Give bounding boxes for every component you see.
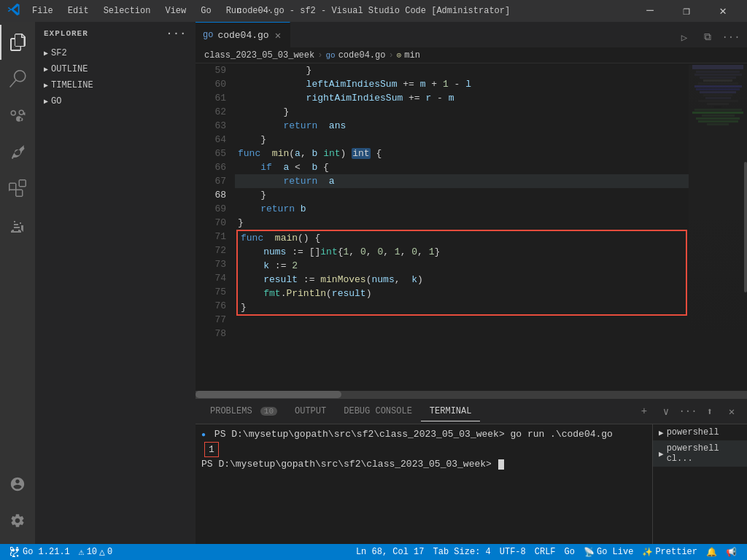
bell-icon: 🔔 (706, 547, 717, 558)
menu-view[interactable]: View (159, 4, 192, 18)
terminal-panel-powershell[interactable]: ▶ powershell (653, 424, 747, 440)
sidebar-title: Explorer (44, 29, 88, 38)
terminal-panel-label-1: powershell (667, 427, 719, 438)
panel-body: ● PS D:\mysetup\gopath\src\sf2\class_202… (196, 424, 747, 544)
eol-text: CRLF (535, 547, 556, 557)
sidebar-timeline-header[interactable]: ▶ TIMELINE (35, 77, 196, 93)
menu-selection[interactable]: Selection (98, 4, 157, 18)
sidebar-menu-icon[interactable]: ··· (166, 28, 187, 39)
status-branch[interactable]: Go 1.21.1 (6, 544, 74, 560)
status-cursor-position[interactable]: Ln 68, Col 17 (352, 544, 429, 560)
breadcrumb-file[interactable]: code04.go (338, 50, 386, 61)
menu-file[interactable]: File (26, 4, 59, 18)
code-line-63: return ans (235, 119, 689, 133)
menu-edit[interactable]: Edit (62, 4, 95, 18)
line-num-65: 65 (201, 147, 226, 160)
line-num-60: 60 (201, 77, 226, 91)
terminal-menu-button[interactable]: ∨ (657, 402, 676, 421)
status-encoding[interactable]: UTF-8 (495, 544, 530, 560)
vscode-icon (7, 3, 20, 20)
chevron-right-icon2: ▶ (44, 81, 48, 90)
terminal-icon-2: ▶ (659, 449, 664, 459)
sidebar-sf2-header[interactable]: ▶ SF2 (35, 45, 196, 61)
terminal-line-2: 1 (201, 442, 646, 457)
scrollbar-thumb[interactable] (196, 391, 341, 398)
sidebar-section-outline: ▶ OUTLINE (35, 61, 196, 77)
terminal-icon-1: ▶ (659, 428, 664, 438)
breadcrumb-file-icon: go (325, 51, 335, 60)
panel-tab-debug-console[interactable]: DEBUG CONSOLE (335, 402, 421, 421)
terminal-prompt-2: PS D:\mysetup\gopath\src\sf2\class_2023_… (201, 459, 498, 470)
add-terminal-button[interactable]: + (635, 402, 654, 421)
panel-maximize-button[interactable]: ⬆ (700, 402, 719, 421)
line-num-70: 70 (201, 216, 226, 230)
line-num-68: 68 (201, 188, 226, 202)
test-activity-item[interactable] (0, 210, 35, 245)
status-golive[interactable]: 📡 Go Live (579, 544, 638, 560)
debug-console-tab-label: DEBUG CONSOLE (344, 406, 412, 416)
status-tab-size[interactable]: Tab Size: 4 (429, 544, 495, 560)
sidebar-header: Explorer ··· (35, 22, 196, 45)
extensions-activity-item[interactable] (0, 171, 35, 206)
minimize-button[interactable]: ─ (633, 0, 667, 22)
status-error-count: 10 (87, 547, 97, 557)
line-num-73: 73 (201, 257, 226, 271)
tab-close-button[interactable]: ✕ (274, 28, 282, 42)
code-line-68: return a (235, 174, 689, 188)
sidebar-go-header[interactable]: ▶ GO (35, 93, 196, 109)
status-language[interactable]: Go (560, 544, 579, 560)
code-area[interactable]: } leftAimIndiesSum += m + 1 - l rightAim… (232, 63, 689, 391)
minimap (689, 63, 747, 391)
status-prettier[interactable]: ✨ Prettier (638, 544, 702, 560)
main-block: func main() { nums := []int{1, 0, 0, 1, … (236, 230, 687, 316)
code-line-62: } (235, 105, 689, 119)
panel-close-button[interactable]: ✕ (722, 402, 741, 421)
source-control-activity-item[interactable] (0, 98, 35, 133)
sidebar-section-timeline: ▶ TIMELINE (35, 77, 196, 93)
panel-menu-button[interactable]: ··· (678, 402, 697, 421)
horizontal-scrollbar[interactable] (196, 391, 747, 398)
status-bar: Go 1.21.1 ⚠ 10 △ 0 Ln 68, Col 17 Tab Siz… (0, 544, 747, 560)
breadcrumb-folder[interactable]: class_2023_05_03_week (204, 50, 314, 61)
line-num-75: 75 (201, 285, 226, 299)
panel-tab-problems[interactable]: PROBLEMS 10 (201, 402, 286, 421)
close-button[interactable]: ✕ (706, 0, 740, 22)
menu-go[interactable]: Go (195, 4, 217, 18)
prettier-icon: ✨ (642, 547, 653, 558)
line-num-67: 67 (201, 174, 226, 188)
more-actions-button[interactable]: ··· (721, 27, 741, 47)
chevron-down-icon: ▶ (44, 49, 48, 58)
search-activity-item[interactable] (0, 61, 35, 96)
terminal-prompt-icon: ● (201, 431, 206, 439)
broadcast-icon: 📡 (584, 547, 595, 558)
panel-tab-terminal[interactable]: TERMINAL (421, 402, 481, 421)
sidebar-outline-header[interactable]: ▶ OUTLINE (35, 61, 196, 77)
accounts-activity-item[interactable] (0, 467, 35, 502)
status-go-version: Go 1.21.1 (23, 547, 70, 557)
explorer-activity-item[interactable] (0, 25, 35, 60)
activity-bar (0, 22, 35, 544)
settings-activity-item[interactable] (0, 503, 35, 538)
run-debug-activity-item[interactable] (0, 134, 35, 169)
line-numbers: 59 60 61 62 63 64 65 66 67 68 69 70 71 7… (196, 63, 232, 391)
status-errors[interactable]: ⚠ 10 △ 0 (74, 544, 117, 560)
split-editor-button[interactable]: ⧉ (697, 27, 718, 47)
terminal-line-1: ● PS D:\mysetup\gopath\src\sf2\class_202… (201, 427, 646, 442)
tabs-bar: go code04.go ✕ ▷ ⧉ ··· (196, 22, 747, 47)
editor-tab-code04[interactable]: go code04.go ✕ (196, 22, 290, 47)
status-notifications[interactable]: 🔔 (702, 544, 721, 560)
code-line-66: func min(a, b int) int { (235, 147, 689, 160)
status-broadcast[interactable]: 📢 (721, 544, 741, 560)
line-num-69: 69 (201, 202, 226, 216)
sidebar-section-go: ▶ GO (35, 93, 196, 109)
status-bar-right: Ln 68, Col 17 Tab Size: 4 UTF-8 CRLF Go … (352, 544, 741, 560)
breadcrumb-func[interactable]: min (404, 50, 420, 61)
run-code-button[interactable]: ▷ (674, 27, 694, 47)
terminal-panels-list: ▶ powershell ▶ powershell cl... (652, 424, 747, 544)
restore-button[interactable]: ❐ (670, 0, 703, 22)
panel-tab-output[interactable]: OUTPUT (286, 402, 335, 421)
terminal-panel-powershell2[interactable]: ▶ powershell cl... (653, 440, 747, 467)
encoding-text: UTF-8 (500, 547, 526, 557)
status-eol[interactable]: CRLF (530, 544, 560, 560)
terminal-content[interactable]: ● PS D:\mysetup\gopath\src\sf2\class_202… (196, 424, 652, 544)
